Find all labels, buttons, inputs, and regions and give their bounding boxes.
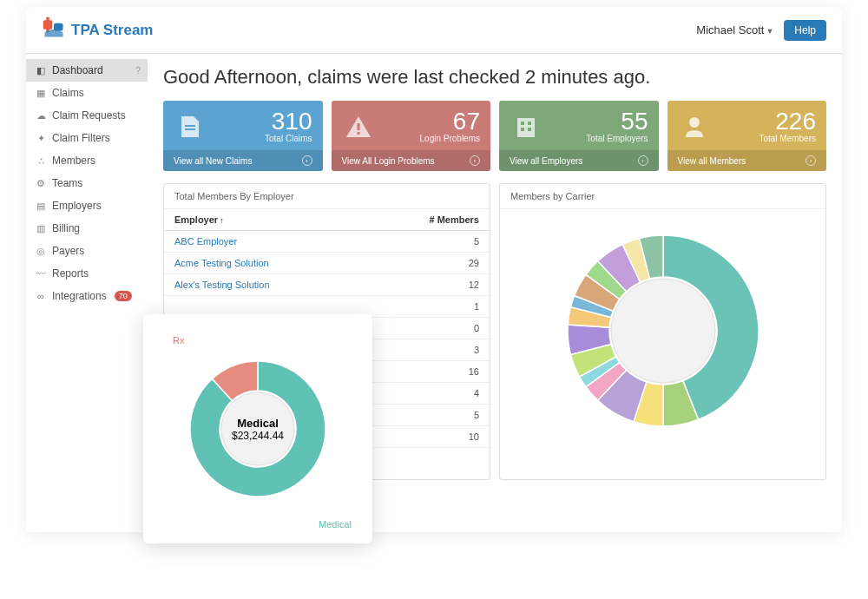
sidebar-item-claim-requests[interactable]: ☁Claim Requests xyxy=(26,104,148,127)
medical-label: Medical xyxy=(319,519,352,530)
sidebar-item-employers[interactable]: ▤Employers xyxy=(26,194,148,217)
panel-title: Total Members By Employer xyxy=(164,184,490,209)
sidebar-item-reports[interactable]: 〰Reports xyxy=(26,262,148,285)
arrow-right-icon: › xyxy=(638,155,648,166)
sidebar-item-payers[interactable]: ◎Payers xyxy=(26,240,148,262)
svg-rect-9 xyxy=(528,122,531,125)
svg-rect-5 xyxy=(357,123,359,130)
svg-rect-3 xyxy=(185,125,195,127)
members-icon: ⛬ xyxy=(35,155,47,167)
brand-name: TPA Stream xyxy=(71,22,153,39)
rx-label: Rx xyxy=(173,335,184,346)
stat-number: 67 xyxy=(375,109,481,134)
payers-icon: ◎ xyxy=(35,245,47,257)
sidebar-item-members[interactable]: ⛬Members xyxy=(26,149,148,172)
view-login-problems-link[interactable]: View All Login Problems› xyxy=(332,150,491,171)
card-total-members: 226Total Members View all Members› xyxy=(667,101,827,171)
help-icon[interactable]: ? xyxy=(135,65,141,76)
integrations-icon: ∞ xyxy=(35,290,47,302)
members-count-cell: 0 xyxy=(366,318,490,339)
members-count-cell: 16 xyxy=(366,361,490,383)
table-row: Alex's Testing Solution12 xyxy=(164,274,490,296)
arrow-right-icon: › xyxy=(302,155,312,166)
card-login-problems: 67Login Problems View All Login Problems… xyxy=(332,101,491,171)
stat-label: Total Employers xyxy=(542,134,648,143)
sidebar-item-label: Members xyxy=(52,155,95,167)
sidebar-item-teams[interactable]: ⚙Teams xyxy=(26,172,148,194)
card-link-label: View all Employers xyxy=(510,156,582,166)
members-count-cell: 5 xyxy=(366,231,490,253)
claims-icon: ▦ xyxy=(35,87,47,99)
sidebar-item-label: Billing xyxy=(52,222,80,234)
view-new-claims-link[interactable]: View all New Claims› xyxy=(163,150,323,171)
sidebar-item-label: Payers xyxy=(52,245,84,257)
svg-rect-4 xyxy=(185,128,195,130)
help-button[interactable]: Help xyxy=(784,20,826,41)
employer-cell[interactable]: Alex's Testing Solution xyxy=(164,274,366,296)
table-row: Acme Testing Solution29 xyxy=(164,253,490,274)
logo[interactable]: TPA Stream xyxy=(42,16,153,44)
col-employer[interactable]: Employer↑ xyxy=(164,209,366,231)
filter-icon: ✦ xyxy=(35,132,47,144)
stat-label: Login Problems xyxy=(375,134,481,143)
sidebar-item-label: Reports xyxy=(52,267,89,280)
svg-rect-1 xyxy=(46,17,49,33)
col-members[interactable]: # Members xyxy=(366,209,490,231)
stat-cards: 310Total Claims View all New Claims› 67L… xyxy=(163,101,826,171)
svg-rect-10 xyxy=(521,128,524,131)
teams-icon: ⚙ xyxy=(35,177,47,189)
members-count-cell: 1 xyxy=(366,296,490,318)
employer-cell[interactable]: ABC Employer xyxy=(164,231,366,253)
members-count-cell: 5 xyxy=(366,405,490,426)
sidebar-item-label: Integrations xyxy=(52,290,107,302)
stat-label: Total Members xyxy=(711,134,817,143)
stat-number: 55 xyxy=(542,109,648,134)
sidebar-item-label: Claim Filters xyxy=(52,132,110,144)
sidebar-item-claims[interactable]: ▦Claims xyxy=(26,82,148,104)
topbar: TPA Stream Michael Scott▼ Help xyxy=(26,7,842,54)
panel-members-by-carrier: Members by Carrier xyxy=(499,183,826,480)
stat-number: 226 xyxy=(711,109,817,134)
employer-cell[interactable]: Acme Testing Solution xyxy=(164,253,366,274)
svg-point-12 xyxy=(689,117,700,128)
stat-label: Total Claims xyxy=(207,134,312,143)
center-title: Medical xyxy=(232,417,284,430)
stat-number: 310 xyxy=(207,109,312,134)
sidebar-item-label: Claim Requests xyxy=(52,109,126,122)
dashboard-icon: ◧ xyxy=(35,64,47,76)
view-members-link[interactable]: View all Members› xyxy=(667,150,827,171)
sort-asc-icon: ↑ xyxy=(220,216,224,225)
cloud-icon: ☁ xyxy=(35,109,47,122)
sidebar-item-label: Employers xyxy=(52,200,102,212)
svg-rect-7 xyxy=(517,118,535,137)
document-icon xyxy=(174,110,207,143)
card-link-label: View All Login Problems xyxy=(342,156,435,166)
caret-down-icon: ▼ xyxy=(766,27,773,36)
arrow-right-icon: › xyxy=(806,155,816,166)
members-count-cell: 3 xyxy=(366,339,490,361)
sidebar-item-claim-filters[interactable]: ✦Claim Filters xyxy=(26,127,148,149)
donut-center-label: Medical $23,244.44 xyxy=(232,417,284,442)
page-greeting: Good Afternoon, claims were last checked… xyxy=(163,66,826,89)
employers-icon: ▤ xyxy=(35,200,47,212)
view-employers-link[interactable]: View all Employers› xyxy=(499,150,659,171)
members-count-cell: 10 xyxy=(366,426,490,448)
user-menu[interactable]: Michael Scott▼ xyxy=(696,23,773,36)
user-name-label: Michael Scott xyxy=(696,23,764,36)
sidebar-item-label: Dashboard xyxy=(52,64,103,76)
card-total-claims: 310Total Claims View all New Claims› xyxy=(163,101,323,171)
sidebar-item-dashboard[interactable]: ◧Dashboard? xyxy=(26,59,148,82)
logo-icon xyxy=(42,16,66,44)
sidebar-item-billing[interactable]: ▥Billing xyxy=(26,217,148,240)
card-total-employers: 55Total Employers View all Employers› xyxy=(499,101,659,171)
sidebar-item-integrations[interactable]: ∞Integrations70 xyxy=(26,285,148,307)
building-icon xyxy=(510,110,542,143)
card-link-label: View all Members xyxy=(678,156,746,166)
panel-title: Members by Carrier xyxy=(500,184,825,209)
integrations-badge: 70 xyxy=(115,291,132,301)
members-count-cell: 12 xyxy=(366,274,490,296)
user-area: Michael Scott▼ Help xyxy=(696,20,826,41)
claims-type-donut-overlay: Rx Medical $23,244.44 Medical xyxy=(143,314,372,543)
warning-icon xyxy=(342,110,375,143)
card-link-label: View all New Claims xyxy=(174,156,252,166)
